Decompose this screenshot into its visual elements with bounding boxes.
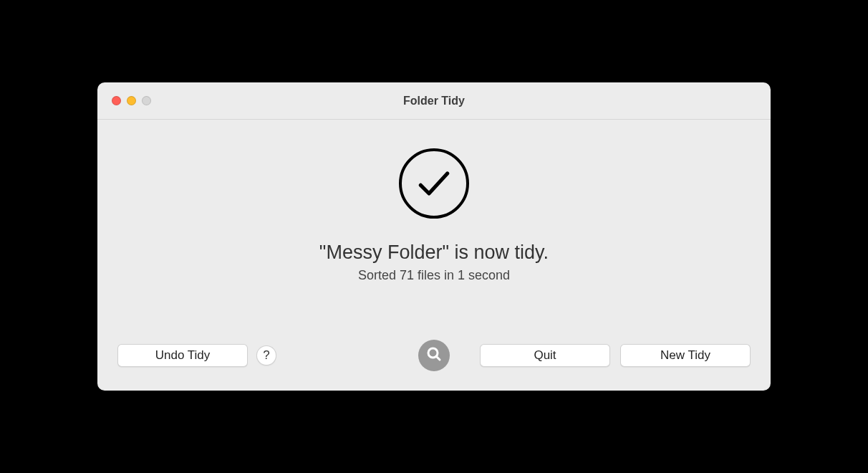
footer-left-group: Undo Tidy ? [117,344,276,367]
close-window-button[interactable] [112,96,121,105]
svg-line-1 [436,356,440,360]
footer-center-group [418,340,450,371]
magnifying-glass-icon [425,345,443,366]
window-title: Folder Tidy [403,95,465,108]
minimize-window-button[interactable] [127,96,136,105]
footer-bar: Undo Tidy ? Quit New Tidy [97,340,771,391]
maximize-window-button[interactable] [142,96,151,105]
titlebar: Folder Tidy [97,82,771,120]
new-tidy-button[interactable]: New Tidy [620,344,751,367]
search-button[interactable] [418,340,450,371]
help-button[interactable]: ? [256,345,276,366]
footer-right-group: Quit New Tidy [480,344,751,367]
traffic-lights [112,96,151,105]
content-area: "Messy Folder" is now tidy. Sorted 71 fi… [97,120,771,340]
app-window: Folder Tidy "Messy Folder" is now tidy. … [97,82,771,391]
quit-button[interactable]: Quit [480,344,610,367]
undo-tidy-button[interactable]: Undo Tidy [117,344,248,367]
checkmark-icon [399,148,469,219]
status-subline: Sorted 71 files in 1 second [358,268,510,283]
status-headline: "Messy Folder" is now tidy. [319,242,549,264]
